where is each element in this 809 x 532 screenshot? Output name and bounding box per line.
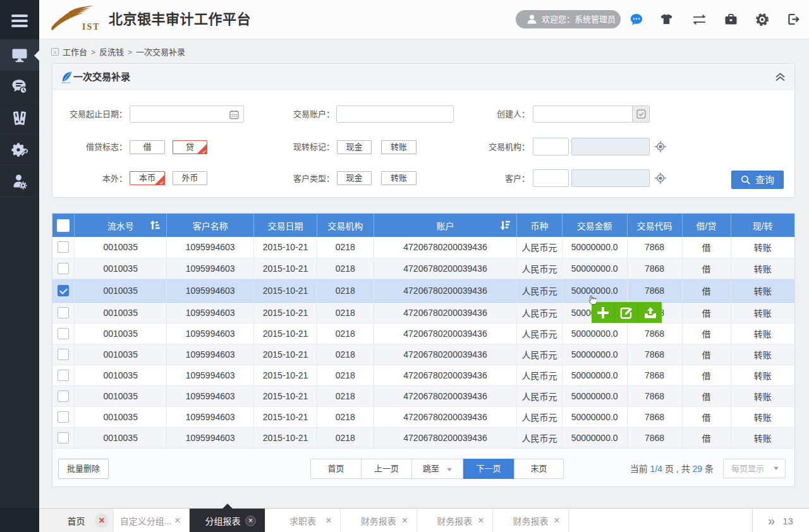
svg-text:IST: IST — [82, 22, 100, 32]
